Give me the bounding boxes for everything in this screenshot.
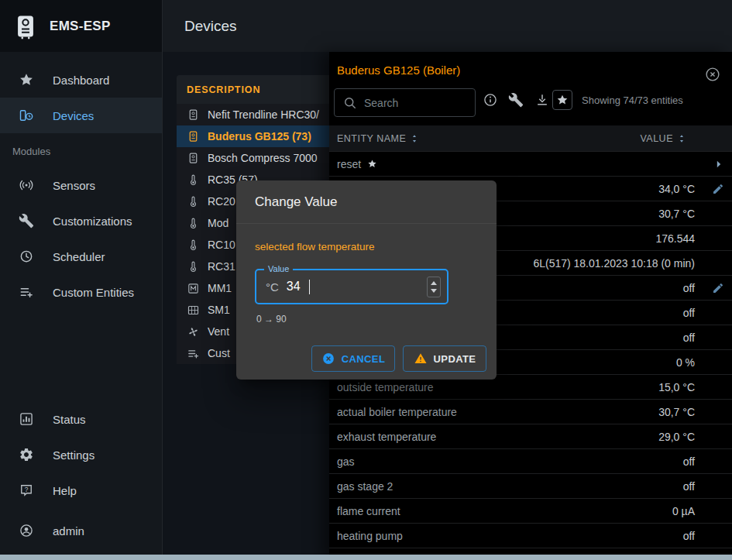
- page-title: Devices: [184, 18, 237, 35]
- device-label: Mod: [208, 217, 229, 229]
- stepper-up-icon[interactable]: [431, 281, 437, 285]
- entity-value: 30,7 °C: [658, 406, 695, 418]
- sidebar-item-scheduler[interactable]: Scheduler: [0, 239, 162, 274]
- thermostat-icon: [187, 195, 200, 208]
- value-input[interactable]: Value °C 34: [255, 269, 448, 304]
- download-icon[interactable]: [534, 92, 550, 108]
- star-icon: [556, 94, 569, 106]
- sidebar-nav: Dashboard Devices: [0, 62, 162, 133]
- warning-triangle-icon: [414, 352, 428, 366]
- sidebar: EMS-ESP Dashboard Devices Modules Sensor…: [0, 0, 163, 560]
- device-label: RC31: [208, 260, 235, 273]
- bar-chart-icon: [19, 411, 34, 427]
- sidebar-item-devices[interactable]: Devices: [0, 98, 162, 133]
- ventilation-fan-icon: [187, 325, 200, 338]
- entity-name: reset: [337, 158, 361, 170]
- entity-value: 0 µA: [672, 505, 695, 517]
- device-entities-title: Buderus GB125 (Boiler): [337, 64, 460, 77]
- star-icon: [19, 72, 34, 88]
- person-icon: [19, 523, 34, 538]
- entity-name: exhaust temperature: [337, 431, 436, 443]
- sort-icon: [409, 133, 420, 144]
- wrench-icon: [19, 213, 34, 228]
- entity-value: 0 %: [676, 356, 695, 369]
- sidebar-header: EMS-ESP: [0, 0, 162, 52]
- entities-count-text: Showing 74/73 entities: [582, 94, 683, 106]
- entity-value: 15,0 °C: [658, 381, 695, 393]
- tools-icon[interactable]: [508, 92, 524, 108]
- value-unit: °C: [266, 280, 279, 294]
- close-icon[interactable]: [704, 66, 721, 83]
- sort-by-value[interactable]: VALUE: [640, 133, 687, 144]
- stepper-down-icon[interactable]: [431, 289, 437, 293]
- entity-value: 176.544: [655, 232, 695, 245]
- sidebar-item-label: Customizations: [53, 215, 132, 228]
- entity-row: flame current 0 µA: [329, 499, 732, 524]
- entity-row: gas stage 2 off: [329, 474, 732, 499]
- column-header-name: ENTITY NAME: [337, 133, 406, 144]
- device-label: Bosch Compress 7000: [208, 152, 318, 164]
- sort-icon: [676, 133, 687, 144]
- entity-name: outside temperature: [337, 381, 434, 393]
- edit-pencil-icon[interactable]: [712, 282, 724, 294]
- entity-value: off: [683, 332, 695, 344]
- sidebar-item-settings[interactable]: Settings: [0, 437, 162, 472]
- sensors-icon: [19, 177, 34, 193]
- cancel-button[interactable]: CANCEL: [311, 345, 395, 372]
- solar-module-icon: [187, 304, 200, 317]
- entity-row: actual boiler temperature 30,7 °C: [329, 400, 732, 424]
- search-box[interactable]: [334, 88, 476, 117]
- entities-toolbar: Showing 74/73 entities: [329, 84, 732, 123]
- cancel-circle-icon: [321, 352, 335, 366]
- entity-value: 34,0 °C: [658, 183, 695, 195]
- sidebar-item-help[interactable]: Help: [0, 472, 162, 508]
- info-icon[interactable]: [483, 92, 498, 108]
- sidebar-item-label: Scheduler: [53, 250, 105, 263]
- value-range-hint: 0 → 90: [256, 314, 287, 325]
- entity-value: off: [683, 480, 695, 493]
- device-label: RC10: [208, 239, 235, 251]
- sidebar-item-label: Custom Entities: [53, 286, 134, 299]
- thermostat-icon: [187, 260, 200, 273]
- entity-name: gas: [337, 455, 355, 468]
- sidebar-item-sensors[interactable]: Sensors: [0, 167, 162, 203]
- entity-row: exhaust temperature 29,0 °C: [329, 424, 732, 449]
- sidebar-item-custom-entities[interactable]: Custom Entities: [0, 274, 162, 310]
- sidebar-item-label: Dashboard: [53, 74, 109, 87]
- entity-value: 6L(517) 18.01.2023 10:18 (0 min): [533, 257, 695, 270]
- sort-by-name[interactable]: ENTITY NAME: [337, 133, 420, 144]
- boiler-icon: [187, 108, 200, 122]
- thermostat-icon: [187, 239, 200, 252]
- custom-entities-icon: [187, 347, 200, 360]
- value-text: 34: [287, 280, 301, 294]
- search-input[interactable]: [364, 97, 469, 109]
- favorites-toggle-button[interactable]: [552, 90, 572, 110]
- value-stepper[interactable]: [427, 277, 441, 297]
- update-button[interactable]: UPDATE: [403, 345, 486, 372]
- sidebar-item-status[interactable]: Status: [0, 401, 162, 437]
- sidebar-item-admin[interactable]: admin: [0, 513, 162, 548]
- sidebar-item-customizations[interactable]: Customizations: [0, 203, 162, 239]
- sidebar-item-dashboard[interactable]: Dashboard: [0, 62, 162, 98]
- sidebar-item-label: Status: [53, 413, 86, 426]
- entity-value: off: [683, 307, 695, 319]
- edit-pencil-icon[interactable]: [712, 183, 724, 195]
- entity-name: actual boiler temperature: [337, 406, 457, 418]
- entity-name: flame current: [337, 505, 400, 517]
- cancel-button-label: CANCEL: [342, 353, 386, 365]
- value-input-label: Value: [264, 264, 293, 273]
- entity-row[interactable]: reset: [329, 152, 732, 177]
- ems-esp-app: Devices EMS-ESP Dashboard Devices Module…: [0, 0, 732, 560]
- boiler-icon: [187, 130, 200, 143]
- horizontal-scrollbar[interactable]: [0, 555, 732, 560]
- sidebar-item-label: Help: [53, 484, 77, 497]
- boiler-icon: [187, 152, 200, 165]
- mixer-module-icon: [187, 282, 200, 295]
- device-label: SM1: [208, 304, 230, 316]
- entity-value: 29,0 °C: [658, 431, 695, 443]
- device-label: Cust: [208, 347, 230, 359]
- search-icon: [342, 95, 358, 111]
- device-label: RC20: [208, 195, 235, 208]
- clock-icon: [19, 249, 34, 264]
- dialog-entity-name: selected flow temperature: [255, 241, 375, 253]
